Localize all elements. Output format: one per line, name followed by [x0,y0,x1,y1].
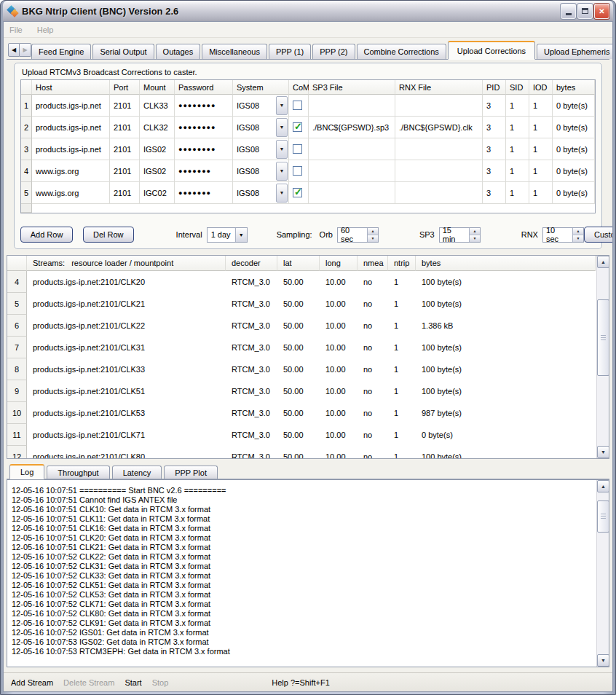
nmea-cell[interactable]: no [358,380,388,402]
com-checkbox[interactable] [293,144,302,154]
iod-cell[interactable]: 1 [529,95,553,117]
password-cell[interactable]: ●●●●●●● [175,160,233,182]
interval-combobox[interactable]: 1 day ▼ [207,227,248,243]
column-header[interactable]: CoM [289,80,309,95]
host-cell[interactable]: products.igs-ip.net [32,117,110,138]
ntrip-cell[interactable]: 1 [388,446,416,459]
lat-cell[interactable]: 50.00 [277,271,320,293]
column-header[interactable]: RNX File [395,80,483,95]
tab-scroll-left-icon[interactable]: ◀ [8,43,20,57]
chevron-down-icon[interactable]: ▼ [276,118,288,137]
mountpoint-cell[interactable]: products.igs-ip.net:2101/CLK71 [27,424,226,446]
mountpoint-cell[interactable]: products.igs-ip.net:2101/CLK31 [27,337,226,358]
pid-cell[interactable]: 3 [483,138,506,160]
sp3-file-cell[interactable] [309,182,395,204]
mount-cell[interactable]: IGS02 [140,138,175,160]
host-cell[interactable]: products.igs-ip.net [32,138,110,160]
menu-help[interactable]: Help [37,25,54,34]
iod-cell[interactable]: 1 [529,182,553,204]
long-cell[interactable]: 10.00 [320,402,358,424]
nmea-cell[interactable]: no [358,315,388,337]
mountpoint-cell[interactable]: products.igs-ip.net:2101/CLK20 [27,271,226,293]
decoder-cell[interactable]: RTCM_3.0 [226,402,277,424]
row-number[interactable]: 8 [7,358,27,380]
sp3-spinner[interactable]: 15 min ▲▼ [439,227,481,243]
column-header[interactable]: SP3 File [309,80,395,95]
long-cell[interactable]: 10.00 [320,446,358,459]
lat-cell[interactable]: 50.00 [277,424,320,446]
long-cell[interactable]: 10.00 [320,380,358,402]
row-number[interactable]: 1 [21,95,32,117]
spinner-arrows-icon[interactable]: ▲▼ [572,228,583,242]
column-header[interactable]: Port [110,80,140,95]
lat-cell[interactable]: 50.00 [277,337,320,358]
decoder-cell[interactable]: RTCM_3.0 [226,446,277,459]
mountpoint-cell[interactable]: products.igs-ip.net:2101/CLK80 [27,446,226,459]
log-tab[interactable]: PPP Plot [164,466,218,479]
ntrip-cell[interactable]: 1 [388,271,416,293]
sp3-file-cell[interactable] [309,138,395,160]
add-row-button[interactable]: Add Row [20,227,73,243]
chevron-down-icon[interactable]: ▼ [276,162,288,181]
lat-cell[interactable]: 50.00 [277,446,320,459]
lat-cell[interactable]: 50.00 [277,315,320,337]
sid-cell[interactable]: 1 [506,95,529,117]
orb-spinner[interactable]: 60 sec ▲▼ [337,227,379,243]
row-number[interactable]: 10 [7,402,27,424]
com-checkbox[interactable] [293,188,302,197]
maximize-button[interactable] [577,4,593,19]
nmea-cell[interactable]: no [358,424,388,446]
column-header[interactable]: Password [175,80,233,95]
password-cell[interactable]: ●●●●●●●● [175,95,233,117]
decoder-cell[interactable]: RTCM_3.0 [226,293,277,315]
mountpoint-cell[interactable]: products.igs-ip.net:2101/CLK22 [27,315,226,337]
column-header[interactable]: long [320,256,358,271]
rnx-spinner[interactable]: 10 sec ▲▼ [542,227,584,243]
scroll-up-icon[interactable]: ▲ [597,256,609,268]
nmea-cell[interactable]: no [358,358,388,380]
rnx-file-cell[interactable] [395,182,483,204]
main-tab[interactable]: PPP (2) [312,44,355,59]
chevron-down-icon[interactable]: ▼ [276,96,288,115]
column-header[interactable]: decoder [226,256,277,271]
iod-cell[interactable]: 1 [529,138,553,160]
system-combobox[interactable]: IGS08 ▼ [233,160,289,182]
spinner-arrows-icon[interactable]: ▲▼ [469,228,480,242]
long-cell[interactable]: 10.00 [320,315,358,337]
system-combobox[interactable]: IGS08 ▼ [233,117,289,138]
nmea-cell[interactable]: no [358,402,388,424]
main-tab[interactable]: Upload Corrections [448,41,535,60]
system-combobox[interactable]: IGS08 ▼ [233,182,289,204]
menu-file[interactable]: File [9,25,23,34]
log-tab[interactable]: Latency [112,466,162,479]
sid-cell[interactable]: 1 [506,117,529,138]
close-button[interactable]: ✕ [594,4,609,19]
rnx-file-cell[interactable] [395,138,483,160]
scroll-down-icon[interactable]: ▼ [597,446,609,458]
nmea-cell[interactable]: no [358,293,388,315]
lat-cell[interactable]: 50.00 [277,358,320,380]
rnx-file-cell[interactable] [395,95,483,117]
port-cell[interactable]: 2101 [110,182,140,204]
decoder-cell[interactable]: RTCM_3.0 [226,315,277,337]
column-header[interactable]: bytes [416,256,596,271]
pid-cell[interactable]: 3 [483,160,506,182]
rnx-file-cell[interactable]: ./BNC${GPSWD}.clk [395,117,483,138]
port-cell[interactable]: 2101 [110,117,140,138]
main-tab[interactable]: PPP (1) [269,44,311,59]
column-header[interactable]: Mount [140,80,175,95]
add-stream-action[interactable]: Add Stream [11,678,53,687]
long-cell[interactable]: 10.00 [320,293,358,315]
mountpoint-cell[interactable]: products.igs-ip.net:2101/CLK53 [27,402,226,424]
pid-cell[interactable]: 3 [483,117,506,138]
row-number[interactable]: 11 [7,424,27,446]
log-output[interactable]: 12-05-16 10:07:51 ========== Start BNC v… [7,479,609,667]
ntrip-cell[interactable]: 1 [388,424,416,446]
row-number[interactable]: 5 [7,293,27,315]
column-header[interactable]: lat [277,256,320,271]
del-row-button[interactable]: Del Row [83,227,134,243]
mountpoint-cell[interactable]: products.igs-ip.net:2101/CLK51 [27,380,226,402]
column-header[interactable]: System [233,80,289,95]
scroll-up-icon[interactable]: ▲ [597,480,609,492]
tab-scroll-right-icon[interactable]: ▶ [20,43,31,57]
